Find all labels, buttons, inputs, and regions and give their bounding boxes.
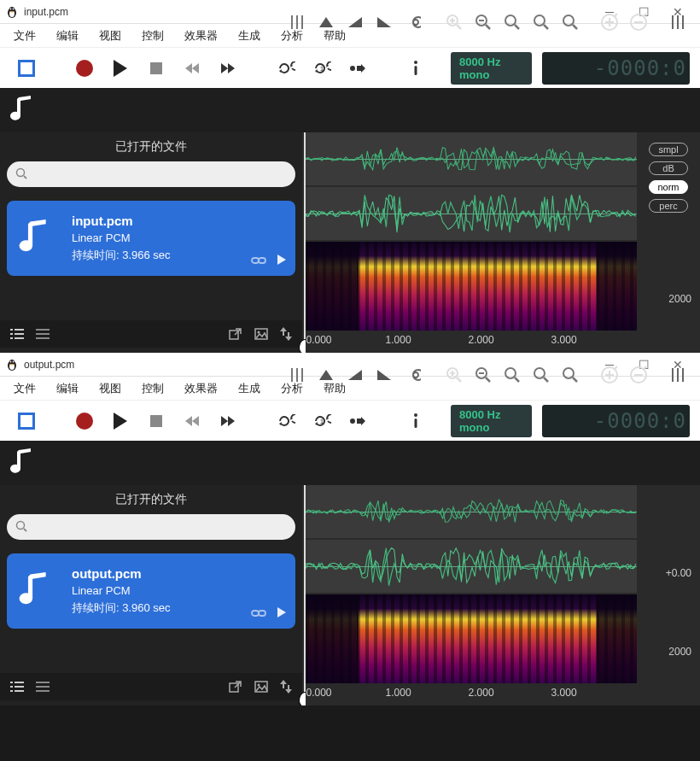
stop-button[interactable] [140, 52, 172, 85]
waveform-track-1[interactable] [306, 485, 637, 538]
card-play-button[interactable] [277, 606, 287, 618]
vzoom-out-button[interactable] [627, 363, 650, 387]
columns2-icon[interactable] [666, 363, 690, 387]
menu-0[interactable]: 文件 [3, 25, 46, 47]
svg-rect-47 [36, 337, 50, 339]
menu-3[interactable]: 控制 [131, 25, 174, 47]
fast-forward-button[interactable] [212, 52, 244, 85]
menu-2[interactable]: 视图 [89, 25, 131, 47]
format-info: 8000 Hz mono [451, 405, 532, 437]
list-view-icon[interactable] [10, 329, 24, 339]
waveform-track-2[interactable] [306, 540, 637, 593]
play-from-cursor-button[interactable] [341, 52, 374, 85]
channel-mode: mono [459, 421, 523, 434]
menu-4[interactable]: 效果器 [174, 378, 228, 400]
file-card[interactable]: input.pcm Linear PCM 持续时间: 3.966 sec [7, 201, 295, 276]
loop-button[interactable] [270, 405, 302, 437]
selection-tool[interactable] [10, 52, 43, 85]
record-button[interactable] [68, 405, 101, 437]
time-tick: 1.000 [386, 334, 411, 346]
file-search-input[interactable] [7, 514, 295, 540]
export-icon[interactable] [229, 328, 242, 340]
sort-icon[interactable] [280, 680, 292, 694]
columns-icon[interactable] [285, 10, 309, 34]
info-button[interactable] [400, 405, 432, 437]
lines-view-icon[interactable] [36, 682, 50, 692]
waveform-track-2[interactable] [306, 187, 637, 240]
loop-button[interactable] [270, 52, 302, 85]
fast-forward-button[interactable] [212, 405, 244, 437]
svg-point-6 [350, 66, 355, 71]
file-search-input[interactable] [7, 161, 295, 187]
loop-one-button[interactable]: 1 [306, 405, 338, 437]
export-icon[interactable] [229, 681, 242, 693]
image-icon[interactable] [254, 328, 268, 340]
selection-tool[interactable] [10, 405, 43, 437]
zoom-in-button[interactable] [442, 363, 466, 387]
svg-point-55 [13, 360, 15, 362]
menu-5[interactable]: 生成 [228, 378, 271, 400]
play-button[interactable] [104, 52, 137, 85]
vzoom-in-button[interactable] [598, 10, 621, 34]
record-button[interactable] [68, 52, 101, 85]
fade-in-icon[interactable] [343, 363, 367, 387]
scale-pill-smpl[interactable]: smpl [649, 143, 688, 156]
time-tick: 0.000 [306, 687, 332, 699]
rewind-button[interactable] [176, 405, 208, 437]
zoom-reset-button[interactable] [558, 363, 582, 387]
zoom-fit-button[interactable] [500, 363, 524, 387]
waveform-track-1[interactable] [306, 132, 637, 185]
menu-1[interactable]: 编辑 [46, 378, 89, 400]
zoom-fit-button[interactable] [500, 10, 524, 34]
info-button[interactable] [400, 52, 432, 85]
fade-triangle-icon[interactable] [314, 363, 338, 387]
zoom-out-button[interactable] [471, 363, 495, 387]
columns2-icon[interactable] [666, 10, 690, 34]
menu-5[interactable]: 生成 [228, 25, 271, 47]
sort-icon[interactable] [280, 327, 292, 341]
vzoom-in-button[interactable] [598, 363, 621, 387]
zoom-reset-button[interactable] [558, 10, 582, 34]
zoom-in-button[interactable] [442, 10, 466, 34]
lines-view-icon[interactable] [36, 329, 50, 339]
menu-4[interactable]: 效果器 [174, 25, 228, 47]
stop-button[interactable] [140, 405, 172, 437]
menu-0[interactable]: 文件 [3, 378, 46, 400]
svg-rect-97 [36, 686, 50, 688]
spectrogram[interactable] [306, 242, 637, 331]
fade-triangle-icon[interactable] [314, 10, 338, 34]
scale-pill-norm[interactable]: norm [649, 180, 688, 194]
spiral-icon[interactable] [401, 363, 425, 387]
file-card[interactable]: output.pcm Linear PCM 持续时间: 3.960 sec [7, 553, 295, 629]
fade-out-icon[interactable] [372, 363, 396, 387]
menu-2[interactable]: 视图 [89, 378, 131, 400]
columns-icon[interactable] [285, 363, 309, 387]
vzoom-out-button[interactable] [627, 10, 650, 34]
zoom-sel-button[interactable] [529, 10, 553, 34]
link-icon[interactable] [251, 255, 266, 266]
menu-3[interactable]: 控制 [131, 378, 174, 400]
link-icon[interactable] [251, 608, 266, 618]
image-icon[interactable] [254, 681, 268, 693]
search-icon [15, 520, 27, 532]
play-from-cursor-button[interactable] [341, 405, 374, 437]
svg-line-68 [486, 378, 490, 382]
rewind-button[interactable] [176, 52, 208, 85]
file-duration: 持续时间: 3.960 sec [72, 600, 171, 617]
loop-one-button[interactable]: 1 [306, 52, 338, 85]
spectrogram[interactable] [306, 594, 637, 683]
zoom-sel-button[interactable] [529, 363, 553, 387]
list-view-icon[interactable] [10, 682, 24, 692]
svg-rect-40 [10, 333, 13, 335]
spiral-icon[interactable] [401, 10, 425, 34]
zoom-out-button[interactable] [471, 10, 495, 34]
fade-in-icon[interactable] [343, 10, 367, 34]
menu-1[interactable]: 编辑 [46, 25, 89, 47]
scale-pill-dB[interactable]: dB [649, 161, 688, 175]
play-button[interactable] [104, 405, 137, 437]
card-play-button[interactable] [277, 254, 287, 266]
time-tick: 3.000 [551, 687, 577, 699]
scale-pill-perc[interactable]: perc [649, 199, 688, 213]
format-info: 8000 Hz mono [451, 52, 532, 85]
fade-out-icon[interactable] [372, 10, 396, 34]
